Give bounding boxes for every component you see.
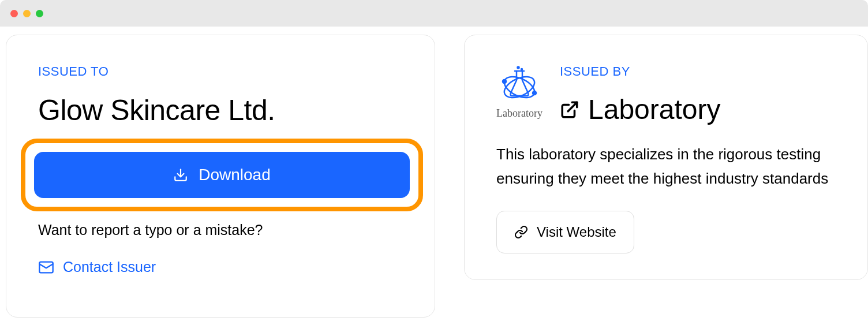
external-link-icon — [560, 100, 579, 120]
issuer-title-link[interactable]: Laboratory — [560, 94, 839, 125]
download-button-label: Download — [199, 166, 271, 184]
mail-icon — [38, 259, 54, 275]
issued-by-label: ISSUED BY — [560, 64, 839, 79]
window-titlebar — [0, 0, 868, 27]
svg-point-8 — [533, 91, 536, 95]
svg-point-7 — [503, 80, 506, 83]
flask-icon — [496, 64, 542, 105]
visit-website-label: Visit Website — [537, 224, 616, 240]
contact-issuer-link[interactable]: Contact Issuer — [38, 259, 406, 275]
contact-issuer-label: Contact Issuer — [63, 259, 156, 275]
minimize-window-button[interactable] — [23, 10, 31, 17]
main-content: ISSUED TO Glow Skincare Ltd. Download Wa… — [0, 27, 868, 318]
company-name: Glow Skincare Ltd. — [38, 94, 406, 127]
issuer-description: This laboratory specializes in the rigor… — [496, 143, 839, 191]
svg-point-4 — [521, 69, 522, 70]
laboratory-logo: Laboratory — [496, 64, 542, 120]
link-icon — [514, 225, 528, 239]
close-window-button[interactable] — [10, 10, 18, 17]
issued-by-card: Laboratory ISSUED BY Laboratory This — [464, 35, 868, 280]
svg-point-6 — [501, 73, 537, 102]
visit-website-button[interactable]: Visit Website — [496, 211, 634, 253]
svg-point-3 — [518, 67, 519, 69]
issuer-info: ISSUED BY Laboratory — [560, 64, 839, 125]
laboratory-logo-text: Laboratory — [496, 107, 542, 120]
report-typo-text: Want to report a typo or a mistake? — [38, 222, 406, 238]
download-button[interactable]: Download — [34, 152, 410, 198]
issuer-header: Laboratory ISSUED BY Laboratory — [496, 64, 839, 125]
download-icon — [173, 167, 188, 182]
issued-to-label: ISSUED TO — [38, 64, 406, 79]
issued-to-card: ISSUED TO Glow Skincare Ltd. Download Wa… — [6, 35, 435, 318]
maximize-window-button[interactable] — [36, 10, 43, 17]
svg-line-9 — [568, 102, 577, 111]
issuer-name: Laboratory — [588, 94, 720, 125]
download-highlight: Download — [21, 139, 423, 211]
